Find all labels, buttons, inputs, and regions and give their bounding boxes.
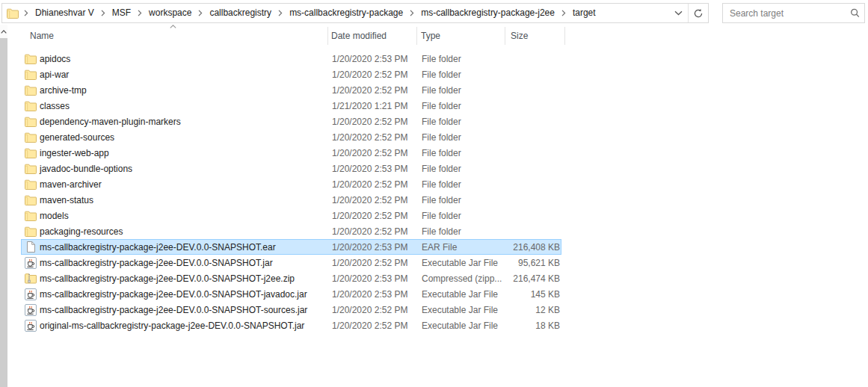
file-type: File folder bbox=[417, 195, 505, 205]
file-row[interactable]: classes 1/21/2020 1:21 PM File folder bbox=[21, 98, 561, 114]
file-date-modified: 1/20/2020 2:52 PM bbox=[328, 211, 417, 221]
refresh-button[interactable] bbox=[689, 4, 708, 22]
file-row[interactable]: ingester-web-app 1/20/2020 2:52 PM File … bbox=[21, 145, 561, 161]
refresh-icon bbox=[693, 8, 704, 19]
file-row[interactable]: maven-archiver 1/20/2020 2:52 PM File fo… bbox=[21, 176, 561, 192]
address-bar[interactable]: Dhianeshvar VMSFworkspacecallbackregistr… bbox=[1, 3, 709, 23]
file-row[interactable]: original-ms-callbackregistry-package-j2e… bbox=[21, 318, 561, 333]
file-type: File folder bbox=[417, 85, 505, 96]
folder-icon bbox=[24, 54, 37, 64]
folder-icon bbox=[24, 69, 37, 80]
file-name: ms-callbackregistry-package-j2ee-DEV.0.0… bbox=[40, 258, 273, 268]
file-name: maven-status bbox=[40, 195, 93, 205]
current-folder-icon bbox=[2, 8, 22, 19]
sort-ascending-icon bbox=[170, 25, 176, 28]
folder-icon bbox=[24, 179, 37, 190]
file-type: Executable Jar File bbox=[417, 305, 505, 315]
file-name: ingester-web-app bbox=[40, 148, 109, 158]
column-header-name[interactable]: Name bbox=[30, 31, 54, 41]
file-size: 216,474 KB bbox=[505, 273, 562, 284]
file-date-modified: 1/20/2020 2:53 PM bbox=[328, 273, 417, 284]
file-size: 18 KB bbox=[505, 321, 562, 331]
file-type: Executable Jar File bbox=[417, 321, 505, 331]
breadcrumb-item[interactable]: MSF bbox=[108, 4, 135, 22]
breadcrumb-chevron-icon[interactable] bbox=[559, 10, 568, 16]
column-divider[interactable] bbox=[416, 27, 417, 45]
folder-icon bbox=[24, 148, 37, 158]
folder-icon bbox=[24, 226, 37, 237]
column-header-type[interactable]: Type bbox=[421, 31, 440, 41]
file-date-modified: 1/20/2020 2:52 PM bbox=[328, 148, 417, 158]
file-type: EAR File bbox=[417, 242, 505, 253]
file-row[interactable]: javadoc-bundle-options 1/20/2020 2:53 PM… bbox=[21, 161, 561, 176]
scroll-up-icon[interactable] bbox=[0, 27, 7, 36]
breadcrumb-item[interactable]: Dhianeshvar V bbox=[31, 4, 99, 22]
column-header-size[interactable]: Size bbox=[511, 31, 528, 41]
breadcrumb-chevron-icon[interactable] bbox=[276, 10, 285, 16]
file-row[interactable]: apidocs 1/20/2020 2:53 PM File folder bbox=[21, 51, 561, 66]
folder-icon bbox=[24, 132, 37, 143]
breadcrumb-item[interactable]: workspace bbox=[144, 4, 196, 22]
file-row[interactable]: archive-tmp 1/20/2020 2:52 PM File folde… bbox=[21, 82, 561, 98]
file-name: ms-callbackregistry-package-j2ee-DEV.0.0… bbox=[40, 305, 307, 315]
file-name: classes bbox=[40, 101, 70, 111]
file-name: ms-callbackregistry-package-j2ee-DEV.0.0… bbox=[40, 289, 307, 300]
search-icon[interactable] bbox=[849, 8, 866, 18]
file-date-modified: 1/21/2020 1:21 PM bbox=[328, 101, 417, 111]
file-date-modified: 1/20/2020 2:53 PM bbox=[328, 164, 417, 174]
file-date-modified: 1/20/2020 2:52 PM bbox=[328, 179, 417, 190]
breadcrumb-item[interactable]: callbackregistry bbox=[205, 4, 276, 22]
column-header-date-modified[interactable]: Date modified bbox=[331, 31, 387, 41]
file-date-modified: 1/20/2020 2:52 PM bbox=[328, 226, 417, 237]
breadcrumb-item[interactable]: ms-callbackregistry-package bbox=[285, 4, 407, 22]
column-divider[interactable] bbox=[505, 27, 505, 45]
file-name: archive-tmp bbox=[40, 85, 87, 96]
file-browser: Name Date modified Type Size bbox=[21, 25, 569, 333]
breadcrumb-chevron-icon[interactable] bbox=[196, 10, 205, 16]
column-headers: Name Date modified Type Size bbox=[21, 25, 569, 47]
address-dropdown-button[interactable] bbox=[668, 4, 688, 22]
file-name: ms-callbackregistry-package-j2ee-DEV.0.0… bbox=[40, 273, 295, 284]
file-size: 145 KB bbox=[505, 289, 562, 300]
file-type: File folder bbox=[417, 148, 505, 158]
breadcrumb-chevron-icon[interactable] bbox=[407, 10, 416, 16]
file-type: File folder bbox=[417, 211, 505, 221]
scrollbar-thumb[interactable] bbox=[0, 38, 7, 387]
breadcrumb-chevron-icon[interactable] bbox=[99, 10, 108, 16]
file-row[interactable]: ms-callbackregistry-package-j2ee-DEV.0.0… bbox=[21, 239, 561, 255]
search-box[interactable] bbox=[722, 3, 865, 23]
toolbar: Dhianeshvar VMSFworkspacecallbackregistr… bbox=[0, 0, 868, 25]
left-scrollbar[interactable] bbox=[0, 25, 7, 387]
file-name: original-ms-callbackregistry-package-j2e… bbox=[40, 321, 304, 331]
file-row[interactable]: ms-callbackregistry-package-j2ee-DEV.0.0… bbox=[21, 302, 561, 318]
file-list: apidocs 1/20/2020 2:53 PM File folder bbox=[21, 51, 569, 333]
column-divider[interactable] bbox=[564, 27, 565, 45]
search-input[interactable] bbox=[723, 4, 849, 22]
file-row[interactable]: models 1/20/2020 2:52 PM File folder bbox=[21, 208, 561, 223]
file-name: models bbox=[40, 211, 69, 221]
file-type: Executable Jar File bbox=[417, 258, 505, 268]
java-jar-icon bbox=[24, 320, 37, 332]
breadcrumb-chevron-icon[interactable] bbox=[22, 10, 31, 16]
file-date-modified: 1/20/2020 2:52 PM bbox=[328, 258, 417, 268]
file-row[interactable]: ms-callbackregistry-package-j2ee-DEV.0.0… bbox=[21, 286, 561, 302]
file-date-modified: 1/20/2020 2:52 PM bbox=[328, 69, 417, 80]
file-type: File folder bbox=[417, 226, 505, 237]
file-row[interactable]: api-war 1/20/2020 2:52 PM File folder bbox=[21, 66, 561, 82]
file-name: ms-callbackregistry-package-j2ee-DEV.0.0… bbox=[40, 242, 276, 253]
file-row[interactable]: generated-sources 1/20/2020 2:52 PM File… bbox=[21, 129, 561, 145]
file-type: File folder bbox=[417, 54, 505, 64]
breadcrumb-item[interactable]: target bbox=[568, 4, 600, 22]
breadcrumb-item[interactable]: ms-callbackregistry-package-j2ee bbox=[416, 4, 559, 22]
file-row[interactable]: ms-callbackregistry-package-j2ee-DEV.0.0… bbox=[21, 255, 561, 270]
breadcrumb-chevron-icon[interactable] bbox=[135, 10, 144, 16]
file-row[interactable]: packaging-resources 1/20/2020 2:52 PM Fi… bbox=[21, 223, 561, 239]
file-row[interactable]: ms-callbackregistry-package-j2ee-DEV.0.0… bbox=[21, 270, 561, 286]
file-row[interactable]: dependency-maven-plugin-markers 1/20/202… bbox=[21, 114, 561, 129]
file-date-modified: 1/20/2020 2:52 PM bbox=[328, 85, 417, 96]
file-name: api-war bbox=[40, 69, 69, 80]
file-row[interactable]: maven-status 1/20/2020 2:52 PM File fold… bbox=[21, 192, 561, 208]
column-divider[interactable] bbox=[327, 27, 328, 45]
file-date-modified: 1/20/2020 2:52 PM bbox=[328, 117, 417, 127]
file-name: generated-sources bbox=[40, 132, 114, 143]
